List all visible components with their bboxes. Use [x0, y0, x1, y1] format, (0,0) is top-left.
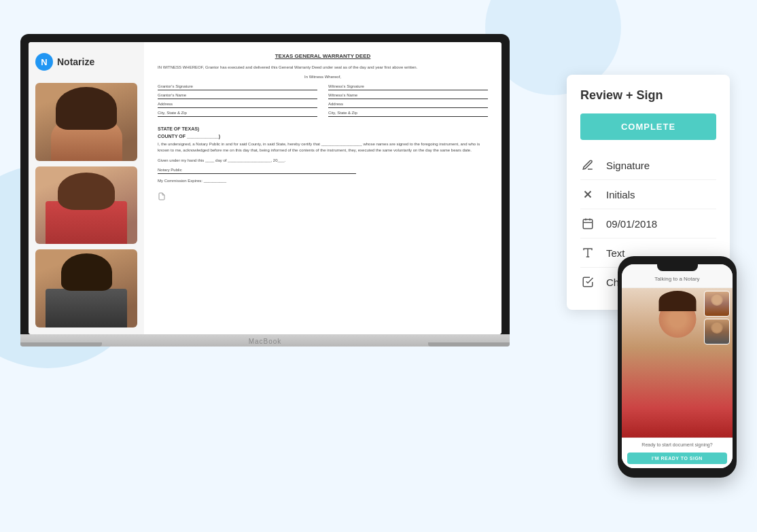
svg-rect-2 — [583, 219, 593, 229]
commission-label: My Commission Expires: __________ — [158, 178, 488, 184]
county-label: COUNTY OF ____________) — [158, 134, 488, 139]
user-photo-2 — [35, 166, 137, 245]
notary-text: I, the undersigned, a Notary Public in a… — [158, 141, 488, 154]
laptop-device: N Notarize TEXAS GENERAL WARRANTY DEED I… — [20, 34, 510, 347]
panel-title: Review + Sign — [580, 88, 716, 103]
logo-icon: N — [35, 53, 53, 71]
user-photo-1 — [35, 83, 137, 161]
pen-icon — [580, 158, 595, 173]
laptop-screen-outer: N Notarize TEXAS GENERAL WARRANTY DEED I… — [20, 34, 510, 334]
document-panel: TEXAS GENERAL WARRANTY DEED IN WITNESS W… — [144, 42, 501, 334]
text-icon — [580, 245, 595, 260]
state-label: STATE OF TEXAS) — [158, 126, 488, 131]
phone-header-text: Talking to a Notary — [654, 276, 699, 282]
notarize-logo: N Notarize — [35, 49, 137, 77]
phone-video-main — [622, 288, 733, 438]
date-tool[interactable]: 09/01/2018 — [580, 209, 716, 238]
logo-text: Notarize — [57, 56, 94, 67]
calendar-icon — [580, 216, 595, 231]
checkbox-icon — [580, 274, 595, 289]
sidebar-panel: N Notarize — [29, 42, 144, 334]
witness-name-label: Witness's Name — [328, 93, 488, 99]
phone-device: Talking to a Notary Ready to start docum… — [618, 256, 737, 478]
witness-sig-block: Witness's Signature Witness's Name Addre… — [328, 84, 488, 120]
signature-label: Signature — [606, 160, 650, 171]
notary-section: STATE OF TEXAS) COUNTY OF ____________) … — [158, 126, 488, 184]
grantor-sig-label: Grantor's Signature — [158, 84, 317, 90]
grantor-sig-block: Grantor's Signature Grantor's Name Addre… — [158, 84, 317, 120]
initials-tool[interactable]: Initials — [580, 180, 716, 209]
user-photo-3 — [35, 249, 137, 327]
laptop-base: MacBook — [20, 334, 510, 347]
signature-tool[interactable]: Signature — [580, 151, 716, 180]
phone-footer-text: Ready to start document signing? — [627, 442, 727, 447]
laptop-brand: MacBook — [249, 338, 282, 345]
document-title: TEXAS GENERAL WARRANTY DEED — [158, 53, 488, 59]
phone: Talking to a Notary Ready to start docum… — [618, 256, 737, 478]
signature-grid: Grantor's Signature Grantor's Name Addre… — [158, 84, 488, 120]
document-icon — [158, 192, 166, 200]
grantor-city-label: City, State & Zip — [158, 111, 317, 117]
pip-video-1 — [704, 291, 730, 317]
phone-footer: Ready to start document signing? I'M REA… — [622, 438, 733, 468]
witness-sig-label: Witness's Signature — [328, 84, 488, 90]
witness-city-label: City, State & Zip — [328, 111, 488, 117]
phone-notch — [657, 264, 698, 271]
laptop-foot-right — [428, 342, 510, 347]
pip-videos — [704, 291, 730, 344]
given-text: Given under my hand this ____ day of ___… — [158, 158, 488, 164]
grantor-name-label: Grantor's Name — [158, 93, 317, 99]
complete-button[interactable]: COMPLETE — [580, 113, 716, 140]
initials-label: Initials — [606, 189, 635, 200]
ready-to-sign-button[interactable]: I'M READY TO SIGN — [627, 453, 727, 464]
date-label: 09/01/2018 — [606, 218, 657, 230]
document-witness: In Witness Whereof, — [158, 75, 488, 79]
grantor-address-label: Address — [158, 102, 317, 108]
notary-public-label: Notary Public — [158, 168, 356, 174]
laptop-foot-left — [20, 342, 102, 347]
phone-screen: Talking to a Notary Ready to start docum… — [622, 264, 733, 468]
laptop-screen-inner: N Notarize TEXAS GENERAL WARRANTY DEED I… — [29, 42, 501, 334]
pip-video-2 — [704, 319, 730, 344]
main-container: N Notarize TEXAS GENERAL WARRANTY DEED I… — [0, 0, 757, 532]
document-intro: IN WITNESS WHEREOF, Grantor has executed… — [158, 65, 488, 71]
x-icon — [580, 187, 595, 202]
laptop: N Notarize TEXAS GENERAL WARRANTY DEED I… — [20, 34, 510, 347]
witness-address-label: Address — [328, 102, 488, 108]
